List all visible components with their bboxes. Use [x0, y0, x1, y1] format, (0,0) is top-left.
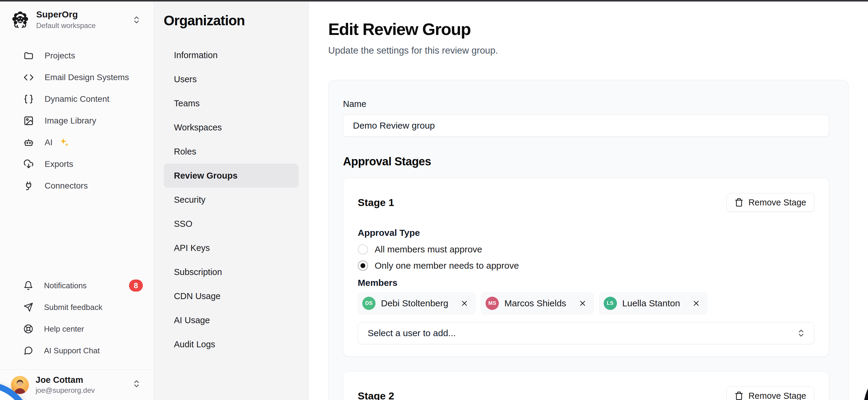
stage-card-1: Stage 1 Remove Stage Approval Type All m… [343, 178, 829, 357]
org-item-audit-logs[interactable]: Audit Logs [164, 332, 299, 356]
chat-bubble-icon [24, 346, 33, 356]
member-avatar: MS [486, 297, 499, 310]
sparkles-icon [59, 137, 69, 147]
cloud-download-icon [24, 159, 34, 169]
org-item-roles[interactable]: Roles [164, 139, 299, 164]
sidebar-item-image-library[interactable]: Image Library [0, 110, 154, 132]
members-label: Members [358, 277, 814, 288]
member-name: Debi Stoltenberg [381, 298, 448, 308]
folder-icon [24, 51, 34, 61]
stage-card-2: Stage 2 Remove Stage [343, 371, 829, 400]
radio-checked-icon[interactable] [358, 261, 368, 271]
sidebar-item-label: Notifications [44, 281, 87, 290]
org-item-users[interactable]: Users [164, 67, 299, 91]
member-chip: DS Debi Stoltenberg [358, 293, 475, 314]
sidebar-item-label: Exports [44, 159, 73, 169]
sidebar-item-help-center[interactable]: Help center [0, 318, 154, 340]
stage-title: Stage 2 [358, 390, 394, 400]
sidebar-item-label: Projects [44, 51, 75, 61]
add-user-select[interactable]: Select a user to add... [358, 322, 814, 344]
window-top-edge [0, 0, 868, 1]
workspace-name: Default workspace [36, 22, 96, 30]
image-icon [24, 116, 34, 126]
page-subtitle: Update the settings for this review grou… [328, 45, 868, 56]
radio-option-label: Only one member needs to approve [375, 261, 519, 271]
user-menu[interactable]: Joe Cottam joe@superorg.dev [0, 369, 154, 400]
stage-header: Stage 2 Remove Stage [358, 387, 814, 400]
user-name: Joe Cottam [36, 375, 95, 385]
member-chips: DS Debi Stoltenberg MS Marcos Shields [358, 293, 814, 314]
org-item-cdn-usage[interactable]: CDN Usage [164, 284, 299, 308]
chevrons-up-down-icon[interactable] [132, 379, 141, 388]
user-meta: Joe Cottam joe@superorg.dev [36, 375, 95, 395]
org-item-review-groups[interactable]: Review Groups [164, 164, 299, 188]
sidebar-nav: Projects Email Design Systems Dynamic Co… [0, 45, 154, 197]
notifications-badge: 8 [129, 279, 143, 292]
member-chip: LS Luella Stanton [599, 293, 708, 314]
org-item-api-keys[interactable]: API Keys [164, 236, 299, 260]
member-avatar: LS [604, 297, 617, 310]
sidebar-item-projects[interactable]: Projects [0, 45, 154, 67]
workspace-switcher[interactable]: SuperOrg Default workspace [0, 1, 154, 30]
sidebar-item-label: Submit feedback [44, 303, 102, 312]
member-name: Luella Stanton [622, 298, 680, 308]
sheep-logo-icon [11, 10, 30, 29]
approval-type-label: Approval Type [358, 227, 814, 238]
remove-member-icon[interactable] [578, 299, 587, 307]
user-email: joe@superorg.dev [36, 386, 95, 395]
robot-icon [24, 137, 34, 147]
sidebar-item-label: Email Design Systems [44, 73, 129, 82]
name-input[interactable] [343, 114, 829, 137]
org-item-teams[interactable]: Teams [164, 91, 299, 115]
radio-option-one-member[interactable]: Only one member needs to approve [358, 259, 814, 273]
organization-nav: Information Users Teams Workspaces Roles… [164, 43, 299, 356]
radio-option-label: All members must approve [375, 244, 482, 255]
sidebar-item-label: Dynamic Content [44, 94, 110, 104]
review-group-form-card: Name Approval Stages Stage 1 Remove Stag… [328, 80, 849, 400]
page-title: Edit Review Group [328, 20, 868, 39]
sidebar-item-dynamic-content[interactable]: Dynamic Content [0, 88, 154, 110]
sidebar-item-label: Connectors [44, 181, 88, 191]
sidebar-item-label: AI Support Chat [44, 346, 100, 356]
add-user-select-placeholder: Select a user to add... [368, 328, 456, 338]
panel-title: Organization [164, 12, 299, 29]
name-label: Name [343, 99, 829, 109]
org-item-workspaces[interactable]: Workspaces [164, 115, 299, 139]
radio-unchecked-icon[interactable] [358, 244, 368, 255]
org-item-information[interactable]: Information [164, 43, 299, 67]
member-chip: MS Marcos Shields [481, 293, 593, 314]
remove-member-icon[interactable] [692, 299, 701, 307]
remove-stage-button[interactable]: Remove Stage [726, 387, 814, 400]
sidebar-item-label: Help center [44, 324, 84, 334]
org-item-sso[interactable]: SSO [164, 212, 299, 236]
sidebar-footer-nav: Notifications 8 Submit feedback Help cen… [0, 275, 154, 361]
member-name: Marcos Shields [504, 298, 566, 308]
remove-stage-label: Remove Stage [748, 198, 806, 207]
main-content: Edit Review Group Update the settings fo… [309, 1, 868, 400]
sidebar-item-connectors[interactable]: Connectors [0, 175, 154, 197]
code-icon [24, 72, 34, 82]
sidebar-item-label: Image Library [44, 116, 96, 126]
bell-icon [24, 281, 33, 290]
sidebar-item-exports[interactable]: Exports [0, 153, 154, 175]
sidebar-item-email-design-systems[interactable]: Email Design Systems [0, 67, 154, 88]
org-item-subscription[interactable]: Subscription [164, 260, 299, 284]
organization-panel: Organization Information Users Teams Wor… [154, 1, 309, 400]
radio-option-all-members[interactable]: All members must approve [358, 242, 814, 256]
sidebar-item-notifications[interactable]: Notifications 8 [0, 275, 154, 296]
send-icon [24, 302, 33, 312]
sidebar-item-ai-support-chat[interactable]: AI Support Chat [0, 340, 154, 361]
org-item-ai-usage[interactable]: AI Usage [164, 308, 299, 332]
chevrons-up-down-icon[interactable] [132, 15, 141, 24]
stage-title: Stage 1 [358, 197, 394, 208]
app-root: SuperOrg Default workspace Projects Emai… [0, 0, 868, 400]
sidebar-item-submit-feedback[interactable]: Submit feedback [0, 296, 154, 318]
sidebar-item-label: AI [44, 138, 53, 147]
stage-header: Stage 1 Remove Stage [358, 193, 814, 212]
remove-stage-button[interactable]: Remove Stage [726, 193, 814, 212]
primary-sidebar: SuperOrg Default workspace Projects Emai… [0, 1, 154, 400]
sidebar-item-ai[interactable]: AI [0, 132, 154, 153]
trash-icon [735, 198, 744, 207]
remove-member-icon[interactable] [460, 299, 469, 307]
org-item-security[interactable]: Security [164, 188, 299, 212]
